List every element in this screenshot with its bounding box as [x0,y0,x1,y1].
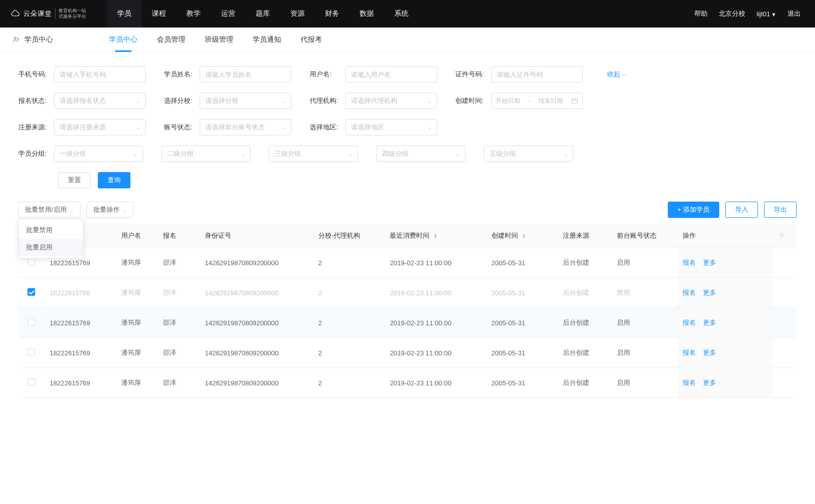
branch-label: 选择分校: [164,96,195,105]
action-signup[interactable]: 报名 [683,259,696,266]
chevron-down-icon: ⌄ [70,207,74,213]
chevron-down-icon: ⌄ [133,151,138,157]
action-signup[interactable]: 报名 [683,289,696,296]
top-nav-items: 学员课程教学运营题库资源财务数据系统 [107,0,419,27]
search-button[interactable]: 查询 [98,172,130,188]
name-input[interactable] [200,66,291,82]
group-level-3-select[interactable]: 三级分组⌄ [269,146,358,162]
top-nav-item-4[interactable]: 题库 [246,0,280,27]
user-menu[interactable]: lijt01▼ [756,10,776,18]
phone-input[interactable] [54,66,146,82]
logout-link[interactable]: 退出 [787,9,801,18]
bulk-toggle-menu: 批量禁用 批量启用 [18,219,84,259]
bulk-toggle-dropdown[interactable]: 批量禁用/启用 ⌄ [18,202,80,218]
cell-reg-source: 后台创建 [558,338,611,368]
top-nav-item-7[interactable]: 数据 [349,0,384,27]
cell-acct-status: 启用 [612,368,677,398]
cell-branch-agency: 2 [313,338,385,368]
sort-icon: ▲▼ [522,234,526,239]
top-nav-item-6[interactable]: 财务 [315,0,349,27]
username-input[interactable] [345,66,437,82]
action-more[interactable]: 更多 [703,349,716,356]
group-level-2-select[interactable]: 二级分组⌄ [161,146,251,162]
reset-button[interactable]: 重置 [58,172,91,188]
sub-nav-tab-2[interactable]: 班级管理 [205,27,233,52]
bulk-ops-dropdown[interactable]: 批量操作 ⌄ [87,202,133,218]
group-level-4-select[interactable]: 四级分组⌄ [376,146,466,162]
reg-source-select[interactable]: 请选择注册来源⌄ [54,119,146,135]
collapse-toggle[interactable]: 收起 ︿ [607,70,627,79]
top-nav-item-3[interactable]: 运营 [211,0,246,27]
sub-nav-tabs: 学员中心会员管理班级管理学员通知代报考 [109,27,322,52]
branch-select[interactable]: 请选择分校⌄ [200,93,291,109]
idno-input[interactable] [491,66,583,82]
chevron-down-icon: ⌄ [241,151,245,157]
agency-select[interactable]: 请选择代理机构⌄ [345,93,437,109]
col-last-spend[interactable]: 最近消费时间 ▲▼ [385,224,486,248]
acct-status-label: 账号状态: [164,123,195,132]
branch-link[interactable]: 北京分校 [719,9,745,18]
row-checkbox[interactable] [28,318,35,326]
col-username: 用户名 [116,224,158,248]
action-more[interactable]: 更多 [703,379,716,386]
cell-signup: 邵泽 [158,278,200,308]
region-select[interactable]: 请选择地区⌄ [345,119,437,135]
sub-nav-tab-0[interactable]: 学员中心 [109,27,138,52]
top-nav-item-0[interactable]: 学员 [107,0,142,27]
action-more[interactable]: 更多 [703,289,716,296]
signup-status-select[interactable]: 请选择报名状态⌄ [54,93,146,109]
cell-branch-agency: 2 [313,368,385,398]
cell-created: 2005-05-31 [486,368,558,398]
sub-nav-tab-3[interactable]: 学员通知 [253,27,281,52]
gear-icon[interactable] [778,233,785,240]
row-checkbox[interactable] [28,288,35,296]
logo: 云朵课堂 教育机构一站 式服务云平台 [10,8,92,19]
top-nav-item-1[interactable]: 课程 [142,0,176,27]
cell-reg-source: 后台创建 [558,278,611,308]
col-created[interactable]: 创建时间 ▲▼ [486,224,558,248]
cell-signup: 邵泽 [158,248,200,278]
chevron-down-icon: ⌄ [136,125,140,130]
action-more[interactable]: 更多 [703,259,716,266]
group-level-1-select[interactable]: 一级分组⌄ [54,146,143,162]
add-student-button[interactable]: + 添加学员 [668,202,719,218]
sub-nav-tab-1[interactable]: 会员管理 [157,27,185,52]
bulk-enable-item[interactable]: 批量启用 [19,239,83,256]
date-sep: - [528,97,530,104]
row-checkbox[interactable] [28,378,35,386]
sub-nav: 学员中心 学员中心会员管理班级管理学员通知代报考 [0,27,815,52]
sub-nav-tab-4[interactable]: 代报考 [301,27,322,52]
group-level-5-select[interactable]: 五级分组⌄ [484,146,573,162]
row-checkbox[interactable] [28,348,35,356]
bulk-disable-item[interactable]: 批量禁用 [19,221,83,239]
action-signup[interactable]: 报名 [683,379,696,386]
help-link[interactable]: 帮助 [694,9,708,18]
agency-label: 代理机构: [310,96,340,105]
cell-gear [773,368,797,398]
cell-idno: 14262919870809200000 [200,338,313,368]
top-nav-item-8[interactable]: 系统 [384,0,419,27]
bulk-ops-label: 批量操作 [93,205,120,214]
svg-point-2 [780,234,782,236]
action-signup[interactable]: 报名 [683,349,696,356]
page-title: 学员中心 [24,35,53,44]
chevron-down-icon: ⌄ [427,125,431,130]
export-button[interactable]: 导出 [764,202,797,218]
cell-phone: 18222615769 [45,368,117,398]
top-nav-item-5[interactable]: 资源 [280,0,315,27]
cell-acct-status: 启用 [612,308,677,338]
action-signup[interactable]: 报名 [683,319,696,326]
cell-actions: 报名更多 [677,368,773,398]
chevron-down-icon: ⌄ [563,151,567,157]
cell-reg-source: 后台创建 [558,248,611,278]
cell-actions: 报名更多 [677,278,773,308]
acct-status-select[interactable]: 请选择前台账号状态⌄ [200,119,291,135]
created-date-range[interactable]: 开始日期 - 结束日期 [491,93,583,109]
top-nav-item-2[interactable]: 教学 [176,0,211,27]
import-button[interactable]: 导入 [725,202,758,218]
row-checkbox[interactable] [28,258,35,266]
action-more[interactable]: 更多 [703,319,716,326]
cell-gear [773,248,797,278]
cell-username: 潘筠厚 [116,278,158,308]
created-label: 创建时间: [455,96,486,105]
